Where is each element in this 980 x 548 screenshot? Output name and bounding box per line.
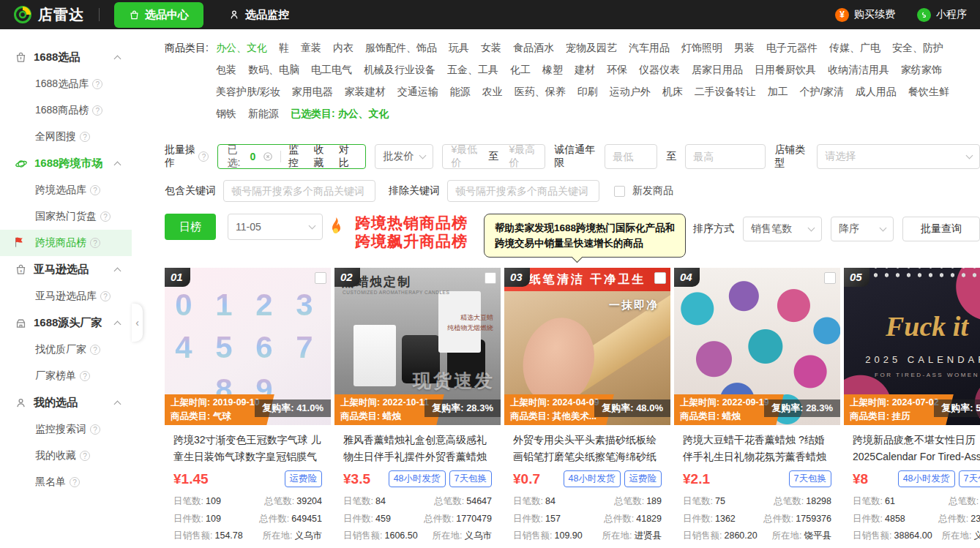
sidebar-item[interactable]: 全网图搜? xyxy=(0,124,132,150)
cxt-min-input[interactable] xyxy=(605,144,657,169)
category-item[interactable]: 宠物及园艺 xyxy=(566,37,617,59)
service-badge[interactable]: 48小时发货 xyxy=(564,470,621,487)
category-item[interactable]: 童装 xyxy=(301,37,321,59)
category-item[interactable]: 鞋 xyxy=(279,37,289,59)
category-item[interactable]: 男装 xyxy=(734,37,755,59)
category-item[interactable]: 个护/家清 xyxy=(800,80,844,102)
category-item[interactable]: 橡塑 xyxy=(542,59,563,80)
service-badge[interactable]: 48小时发货 xyxy=(389,470,446,487)
category-item[interactable]: 灯饰照明 xyxy=(681,37,722,59)
favorite-action[interactable]: 收藏 xyxy=(313,143,326,170)
category-item[interactable]: 新能源 xyxy=(248,102,279,124)
help-icon[interactable]: ? xyxy=(90,424,100,435)
service-badge[interactable]: 7天包换 xyxy=(449,470,492,487)
category-item[interactable]: 餐饮生鲜 xyxy=(908,80,949,102)
product-title[interactable]: 跨境大豆蜡干花香薰蜡烛 ?结婚伴手礼生日礼物花氛芳薰香蜡烛 xyxy=(674,425,840,465)
help-icon[interactable]: ? xyxy=(70,477,80,487)
category-item[interactable]: 电工电气 xyxy=(311,59,352,80)
sidebar-item[interactable]: 跨境商品榜? xyxy=(0,230,132,256)
shop-type-select[interactable]: 请选择 xyxy=(817,144,980,169)
help-icon[interactable]: ? xyxy=(100,211,111,222)
category-item[interactable]: 机床 xyxy=(662,80,683,102)
query-link[interactable]: 查询 xyxy=(632,545,662,548)
category-item[interactable]: 美容护肤/彩妆 xyxy=(216,80,280,102)
help-icon[interactable]: ? xyxy=(92,79,102,89)
query-link[interactable]: 查询 xyxy=(391,545,420,548)
product-image[interactable]: 04上架时间: 2022-09-19商品类目: 蜡烛复购率: 28.3% xyxy=(674,268,840,425)
category-item[interactable]: 内衣 xyxy=(333,37,354,59)
sidebar-section-header[interactable]: 我的选品 xyxy=(0,389,132,416)
service-badge[interactable]: 48小时发货 xyxy=(898,470,955,487)
category-item[interactable]: 农业 xyxy=(482,80,503,102)
price-type-select[interactable]: 批发价 xyxy=(375,144,433,169)
category-item[interactable]: 加工 xyxy=(768,80,788,102)
product-image[interactable]: 010 1 2 34 5 6 78 9上架时间: 2019-09-10商品类目:… xyxy=(165,268,331,425)
sidebar-item[interactable]: 找优质厂家? xyxy=(0,337,132,363)
sidebar-section-header[interactable]: 1688跨境市场 xyxy=(0,150,132,177)
product-image[interactable]: 05Fuck it2025 CALENDARFOR TIRED-ASS WOME… xyxy=(844,268,980,425)
category-item[interactable]: 办公、文化 xyxy=(216,37,267,59)
query-link[interactable]: 查询 xyxy=(463,545,492,548)
sidebar-item[interactable]: 厂家榜单? xyxy=(0,363,132,389)
help-icon[interactable]: ? xyxy=(80,371,90,381)
category-item[interactable]: 印刷 xyxy=(577,80,598,102)
query-link[interactable]: 查询 xyxy=(561,545,590,548)
category-item[interactable]: 汽车用品 xyxy=(629,37,670,59)
category-item[interactable]: 收纳清洁用具 xyxy=(828,59,889,80)
sidebar-item[interactable]: 我的收藏? xyxy=(0,443,132,469)
category-item[interactable]: 交通运输 xyxy=(397,80,438,102)
category-item[interactable]: 能源 xyxy=(450,80,471,102)
category-item[interactable]: 成人用品 xyxy=(856,80,897,102)
query-link[interactable]: 查询 xyxy=(972,545,980,548)
category-item[interactable]: 化工 xyxy=(510,59,531,80)
rank-date-select[interactable]: 11-05 xyxy=(228,214,323,240)
sidebar-section-header[interactable]: 1688选品 xyxy=(0,44,132,71)
category-item[interactable]: 机械及行业设备 xyxy=(364,59,435,80)
service-badge[interactable]: 运费险 xyxy=(624,470,662,487)
card-checkbox[interactable] xyxy=(485,272,496,284)
product-title[interactable]: 跨境32寸渐变色王冠数字气球 儿童生日装饰气球数字皇冠铝膜气球 xyxy=(165,425,331,465)
category-item[interactable]: 医药、保养 xyxy=(515,80,566,102)
category-item[interactable]: 数码、电脑 xyxy=(248,59,299,80)
sidebar-collapse-handle[interactable]: ‹ xyxy=(132,304,143,342)
nav-selection-monitor[interactable]: 选品监控 xyxy=(228,8,289,22)
cxt-max-input[interactable] xyxy=(685,144,766,169)
exclude-keywords-input[interactable] xyxy=(447,180,599,202)
buy-renew-button[interactable]: ¥ 购买续费 xyxy=(835,8,895,22)
category-item[interactable]: 家纺家饰 xyxy=(901,59,942,80)
category-item[interactable]: 建材 xyxy=(575,59,595,80)
category-item[interactable]: 运动户外 xyxy=(610,80,651,102)
category-item[interactable]: 二手设备转让 xyxy=(695,80,756,102)
sidebar-section-header[interactable]: a亚马逊选品 xyxy=(0,256,132,283)
max-price-input[interactable]: ¥最高价 xyxy=(509,143,536,170)
sidebar-item[interactable]: 监控搜索词? xyxy=(0,416,132,443)
product-image[interactable]: 02薰蜡烛定制CUSTOMIZED AROMATHERAPY CANDLES精选… xyxy=(334,268,501,425)
category-item[interactable]: 五金、工具 xyxy=(447,59,498,80)
help-icon[interactable]: ? xyxy=(90,345,100,355)
min-price-input[interactable]: ¥最低价 xyxy=(452,143,479,170)
help-icon[interactable]: ? xyxy=(100,291,111,301)
query-link[interactable]: 查询 xyxy=(900,545,929,548)
category-item[interactable]: 女装 xyxy=(481,37,501,59)
product-title[interactable]: 雅风香薰蜡烛礼盒创意高级感礼物生日伴手礼摆件外贸香薰蜡烛批发 xyxy=(334,425,501,465)
help-icon[interactable]: ? xyxy=(80,451,90,461)
category-item[interactable]: 食品酒水 xyxy=(513,37,554,59)
daily-rank-tab[interactable]: 日榜 xyxy=(165,214,216,240)
card-checkbox[interactable] xyxy=(315,272,326,284)
service-badge[interactable]: 7天包换 xyxy=(789,470,831,487)
nav-selection-center[interactable]: 选品中心 xyxy=(114,2,203,28)
sidebar-item[interactable]: 1688选品库? xyxy=(0,71,132,97)
app-logo[interactable]: 店雷达 xyxy=(13,5,84,25)
sidebar-section-header[interactable]: 1688源头厂家 xyxy=(0,309,132,337)
category-item[interactable]: 服饰配件、饰品 xyxy=(365,37,437,59)
category-item[interactable]: 居家日用品 xyxy=(692,59,743,80)
sidebar-item[interactable]: 1688商品榜? xyxy=(0,97,132,124)
category-item[interactable]: 钢铁 xyxy=(216,102,236,124)
product-title[interactable]: 外贸专用尖头平头素描砂纸板绘画铅笔打磨笔尖纸擦笔海绵砂纸板 xyxy=(504,425,670,465)
category-item[interactable]: 安全、防护 xyxy=(892,37,943,59)
query-link[interactable]: 查询 xyxy=(221,545,250,548)
sidebar-item[interactable]: 跨境选品库? xyxy=(0,177,132,203)
sort-order-select[interactable]: 降序 xyxy=(831,217,894,241)
mini-program-button[interactable]: 小程序 xyxy=(917,8,967,22)
help-icon[interactable]: ? xyxy=(90,238,100,248)
